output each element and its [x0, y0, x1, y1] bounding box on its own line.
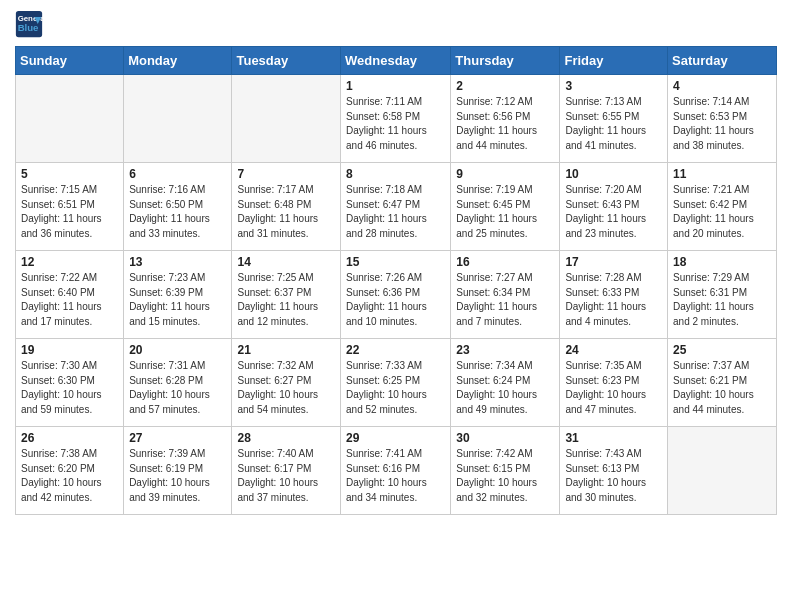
day-number: 16 [456, 255, 554, 269]
day-cell: 5Sunrise: 7:15 AM Sunset: 6:51 PM Daylig… [16, 163, 124, 251]
day-number: 7 [237, 167, 335, 181]
day-cell: 22Sunrise: 7:33 AM Sunset: 6:25 PM Dayli… [341, 339, 451, 427]
day-cell: 16Sunrise: 7:27 AM Sunset: 6:34 PM Dayli… [451, 251, 560, 339]
day-number: 8 [346, 167, 445, 181]
day-cell: 7Sunrise: 7:17 AM Sunset: 6:48 PM Daylig… [232, 163, 341, 251]
day-cell: 11Sunrise: 7:21 AM Sunset: 6:42 PM Dayli… [668, 163, 777, 251]
day-cell: 12Sunrise: 7:22 AM Sunset: 6:40 PM Dayli… [16, 251, 124, 339]
day-number: 23 [456, 343, 554, 357]
logo: General Blue [15, 10, 43, 38]
day-info: Sunrise: 7:12 AM Sunset: 6:56 PM Dayligh… [456, 95, 554, 153]
day-cell: 17Sunrise: 7:28 AM Sunset: 6:33 PM Dayli… [560, 251, 668, 339]
day-cell: 25Sunrise: 7:37 AM Sunset: 6:21 PM Dayli… [668, 339, 777, 427]
logo-icon: General Blue [15, 10, 43, 38]
day-number: 9 [456, 167, 554, 181]
day-number: 1 [346, 79, 445, 93]
day-info: Sunrise: 7:39 AM Sunset: 6:19 PM Dayligh… [129, 447, 226, 505]
column-header-monday: Monday [124, 47, 232, 75]
day-cell: 28Sunrise: 7:40 AM Sunset: 6:17 PM Dayli… [232, 427, 341, 515]
day-info: Sunrise: 7:16 AM Sunset: 6:50 PM Dayligh… [129, 183, 226, 241]
day-number: 14 [237, 255, 335, 269]
day-number: 29 [346, 431, 445, 445]
day-cell: 19Sunrise: 7:30 AM Sunset: 6:30 PM Dayli… [16, 339, 124, 427]
day-info: Sunrise: 7:23 AM Sunset: 6:39 PM Dayligh… [129, 271, 226, 329]
day-number: 18 [673, 255, 771, 269]
day-info: Sunrise: 7:34 AM Sunset: 6:24 PM Dayligh… [456, 359, 554, 417]
day-info: Sunrise: 7:41 AM Sunset: 6:16 PM Dayligh… [346, 447, 445, 505]
column-header-sunday: Sunday [16, 47, 124, 75]
day-number: 21 [237, 343, 335, 357]
day-info: Sunrise: 7:29 AM Sunset: 6:31 PM Dayligh… [673, 271, 771, 329]
column-header-tuesday: Tuesday [232, 47, 341, 75]
day-number: 3 [565, 79, 662, 93]
day-cell: 24Sunrise: 7:35 AM Sunset: 6:23 PM Dayli… [560, 339, 668, 427]
day-info: Sunrise: 7:37 AM Sunset: 6:21 PM Dayligh… [673, 359, 771, 417]
column-header-wednesday: Wednesday [341, 47, 451, 75]
week-row-2: 5Sunrise: 7:15 AM Sunset: 6:51 PM Daylig… [16, 163, 777, 251]
header: General Blue [15, 10, 777, 38]
week-row-3: 12Sunrise: 7:22 AM Sunset: 6:40 PM Dayli… [16, 251, 777, 339]
day-cell: 3Sunrise: 7:13 AM Sunset: 6:55 PM Daylig… [560, 75, 668, 163]
day-cell: 29Sunrise: 7:41 AM Sunset: 6:16 PM Dayli… [341, 427, 451, 515]
day-cell: 14Sunrise: 7:25 AM Sunset: 6:37 PM Dayli… [232, 251, 341, 339]
day-info: Sunrise: 7:13 AM Sunset: 6:55 PM Dayligh… [565, 95, 662, 153]
day-cell: 9Sunrise: 7:19 AM Sunset: 6:45 PM Daylig… [451, 163, 560, 251]
day-info: Sunrise: 7:20 AM Sunset: 6:43 PM Dayligh… [565, 183, 662, 241]
day-number: 11 [673, 167, 771, 181]
day-cell [16, 75, 124, 163]
svg-text:Blue: Blue [18, 22, 39, 33]
day-number: 12 [21, 255, 118, 269]
day-info: Sunrise: 7:32 AM Sunset: 6:27 PM Dayligh… [237, 359, 335, 417]
day-info: Sunrise: 7:35 AM Sunset: 6:23 PM Dayligh… [565, 359, 662, 417]
day-info: Sunrise: 7:15 AM Sunset: 6:51 PM Dayligh… [21, 183, 118, 241]
day-number: 27 [129, 431, 226, 445]
day-number: 17 [565, 255, 662, 269]
day-cell: 10Sunrise: 7:20 AM Sunset: 6:43 PM Dayli… [560, 163, 668, 251]
calendar-table: SundayMondayTuesdayWednesdayThursdayFrid… [15, 46, 777, 515]
day-number: 2 [456, 79, 554, 93]
day-number: 13 [129, 255, 226, 269]
day-info: Sunrise: 7:27 AM Sunset: 6:34 PM Dayligh… [456, 271, 554, 329]
column-header-thursday: Thursday [451, 47, 560, 75]
day-cell: 2Sunrise: 7:12 AM Sunset: 6:56 PM Daylig… [451, 75, 560, 163]
day-info: Sunrise: 7:28 AM Sunset: 6:33 PM Dayligh… [565, 271, 662, 329]
day-cell: 20Sunrise: 7:31 AM Sunset: 6:28 PM Dayli… [124, 339, 232, 427]
day-cell: 23Sunrise: 7:34 AM Sunset: 6:24 PM Dayli… [451, 339, 560, 427]
day-number: 20 [129, 343, 226, 357]
day-cell [668, 427, 777, 515]
week-row-5: 26Sunrise: 7:38 AM Sunset: 6:20 PM Dayli… [16, 427, 777, 515]
day-info: Sunrise: 7:38 AM Sunset: 6:20 PM Dayligh… [21, 447, 118, 505]
day-number: 5 [21, 167, 118, 181]
day-number: 25 [673, 343, 771, 357]
day-info: Sunrise: 7:22 AM Sunset: 6:40 PM Dayligh… [21, 271, 118, 329]
week-row-4: 19Sunrise: 7:30 AM Sunset: 6:30 PM Dayli… [16, 339, 777, 427]
column-header-saturday: Saturday [668, 47, 777, 75]
day-info: Sunrise: 7:25 AM Sunset: 6:37 PM Dayligh… [237, 271, 335, 329]
column-header-friday: Friday [560, 47, 668, 75]
day-info: Sunrise: 7:21 AM Sunset: 6:42 PM Dayligh… [673, 183, 771, 241]
day-cell: 30Sunrise: 7:42 AM Sunset: 6:15 PM Dayli… [451, 427, 560, 515]
day-info: Sunrise: 7:26 AM Sunset: 6:36 PM Dayligh… [346, 271, 445, 329]
day-cell: 4Sunrise: 7:14 AM Sunset: 6:53 PM Daylig… [668, 75, 777, 163]
day-cell: 6Sunrise: 7:16 AM Sunset: 6:50 PM Daylig… [124, 163, 232, 251]
day-cell: 1Sunrise: 7:11 AM Sunset: 6:58 PM Daylig… [341, 75, 451, 163]
day-cell: 21Sunrise: 7:32 AM Sunset: 6:27 PM Dayli… [232, 339, 341, 427]
day-info: Sunrise: 7:30 AM Sunset: 6:30 PM Dayligh… [21, 359, 118, 417]
day-cell [232, 75, 341, 163]
day-number: 4 [673, 79, 771, 93]
day-number: 30 [456, 431, 554, 445]
day-info: Sunrise: 7:42 AM Sunset: 6:15 PM Dayligh… [456, 447, 554, 505]
page-container: General Blue SundayMondayTuesdayWednesda… [0, 0, 792, 530]
day-cell: 13Sunrise: 7:23 AM Sunset: 6:39 PM Dayli… [124, 251, 232, 339]
day-number: 15 [346, 255, 445, 269]
day-info: Sunrise: 7:14 AM Sunset: 6:53 PM Dayligh… [673, 95, 771, 153]
day-info: Sunrise: 7:11 AM Sunset: 6:58 PM Dayligh… [346, 95, 445, 153]
day-cell: 18Sunrise: 7:29 AM Sunset: 6:31 PM Dayli… [668, 251, 777, 339]
day-number: 28 [237, 431, 335, 445]
day-cell: 15Sunrise: 7:26 AM Sunset: 6:36 PM Dayli… [341, 251, 451, 339]
calendar-header-row: SundayMondayTuesdayWednesdayThursdayFrid… [16, 47, 777, 75]
day-info: Sunrise: 7:33 AM Sunset: 6:25 PM Dayligh… [346, 359, 445, 417]
day-info: Sunrise: 7:40 AM Sunset: 6:17 PM Dayligh… [237, 447, 335, 505]
day-info: Sunrise: 7:19 AM Sunset: 6:45 PM Dayligh… [456, 183, 554, 241]
day-info: Sunrise: 7:43 AM Sunset: 6:13 PM Dayligh… [565, 447, 662, 505]
